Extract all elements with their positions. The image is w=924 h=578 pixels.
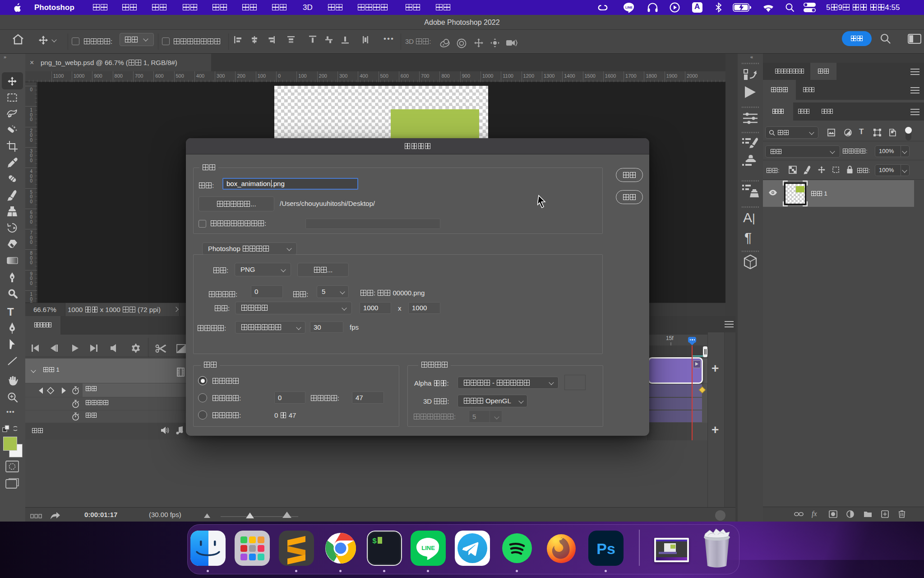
svg-text:LINE: LINE bbox=[421, 545, 435, 551]
svg-text:Ps: Ps bbox=[596, 540, 615, 557]
svg-text:$: $ bbox=[372, 537, 377, 545]
svg-text:LINE: LINE bbox=[625, 6, 633, 9]
